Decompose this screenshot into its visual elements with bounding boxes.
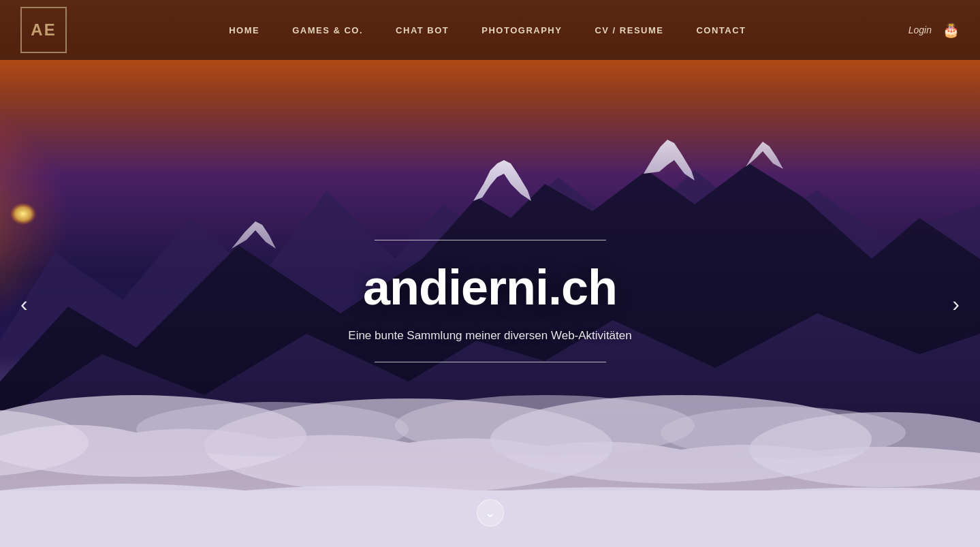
carousel-prev-button[interactable]: ‹ [14,284,35,323]
navbar-links: HOME GAMES & CO. CHAT BOT PHOTOGRAPHY CV… [67,25,908,35]
svg-point-7 [0,409,89,477]
svg-point-9 [395,395,695,456]
svg-point-3 [0,395,306,477]
svg-point-1 [0,20,409,456]
svg-point-6 [749,412,980,487]
hero-subtitle: Eine bunte Sammlung meiner diversen Web-… [320,329,661,343]
chevron-down-icon: ⌄ [485,507,495,519]
hero-title: andierni.ch [320,260,661,315]
nav-cv[interactable]: CV / RESUME [595,25,663,35]
hero-divider-bottom [375,362,606,362]
hero-section: andierni.ch Eine bunte Sammlung meiner d… [0,0,980,547]
nav-chatbot[interactable]: CHAT BOT [396,25,449,35]
hero-content: andierni.ch Eine bunte Sammlung meiner d… [320,240,661,362]
svg-point-4 [204,398,613,494]
nav-contact[interactable]: CONTACT [696,25,746,35]
nav-games[interactable]: GAMES & CO. [292,25,363,35]
navbar-right: Login 🎂 [908,22,960,38]
birthday-icon[interactable]: 🎂 [943,22,960,38]
hero-divider-top [375,240,606,240]
scroll-down-button[interactable]: ⌄ [477,499,504,527]
login-link[interactable]: Login [908,25,932,35]
nav-photography[interactable]: PHOTOGRAPHY [481,25,562,35]
svg-point-10 [661,407,906,458]
navbar: AE HOME GAMES & CO. CHAT BOT PHOTOGRAPHY… [0,0,980,60]
svg-point-5 [490,395,872,484]
svg-point-8 [136,402,409,456]
svg-point-2 [7,157,170,293]
nav-home[interactable]: HOME [229,25,259,35]
carousel-next-button[interactable]: › [945,284,966,323]
logo-text: AE [31,20,56,40]
site-logo[interactable]: AE [20,7,67,53]
